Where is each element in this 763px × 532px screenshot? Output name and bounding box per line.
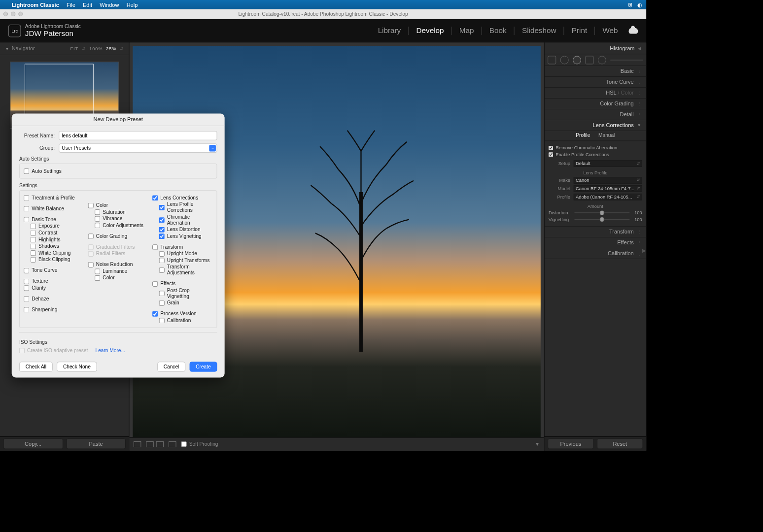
auto-settings-checkbox[interactable] [24, 168, 29, 174]
chk-dehaze[interactable] [24, 296, 29, 301]
module-web[interactable]: Web [602, 26, 618, 35]
setup-dropdown[interactable]: Default⇵ [574, 160, 642, 167]
spot-tool-icon[interactable] [560, 56, 569, 64]
model-dropdown[interactable]: Canon RF 24-105mm F4-7...⇵ [574, 185, 642, 192]
disclosure-triangle-icon[interactable]: ▼ [5, 46, 9, 51]
paste-button[interactable]: Paste [66, 438, 126, 449]
module-library[interactable]: Library [378, 26, 401, 35]
make-dropdown[interactable]: Canon⇵ [574, 177, 642, 184]
zoom-25[interactable]: 25% [106, 46, 116, 51]
section-basic[interactable]: Basic [621, 68, 634, 74]
menubar-help[interactable]: Help [127, 1, 138, 8]
enable-profile-checkbox[interactable] [549, 152, 553, 157]
chk-process[interactable] [152, 311, 158, 316]
chk-effects[interactable] [152, 281, 158, 286]
chk-clarity[interactable] [24, 285, 29, 291]
toolbar-menu-icon[interactable]: ▼ [535, 441, 540, 447]
profile-dropdown[interactable]: Adobe (Canon RF 24-105...⇵ [574, 194, 642, 200]
menubar-app[interactable]: Lightroom Classic [12, 1, 59, 8]
chk-wb[interactable] [24, 206, 29, 211]
chk-saturation[interactable] [95, 209, 100, 215]
chk-basictone[interactable] [24, 217, 29, 222]
chk-nr-lum[interactable] [95, 268, 100, 274]
chk-vibrance[interactable] [95, 216, 100, 221]
section-lens[interactable]: Lens Corrections [593, 122, 634, 129]
radial-tool-icon[interactable] [598, 56, 606, 64]
chk-nr-color[interactable] [95, 275, 100, 281]
lens-tab-profile[interactable]: Profile [576, 132, 590, 138]
zoom-fit[interactable]: FIT [70, 46, 79, 51]
module-book[interactable]: Book [489, 26, 507, 35]
section-hsl[interactable]: HSL / Color [606, 90, 634, 96]
vignetting-slider[interactable] [574, 219, 629, 220]
chk-transadj[interactable] [159, 267, 165, 273]
chk-exposure[interactable] [31, 224, 36, 229]
chk-coloradj[interactable] [95, 223, 100, 228]
redeye-tool-icon[interactable] [573, 56, 581, 64]
chk-calibration[interactable] [159, 318, 165, 323]
before-after-icon-1[interactable] [146, 441, 153, 447]
chk-lensprofile[interactable] [159, 204, 165, 210]
before-after-icon-2[interactable] [156, 441, 164, 447]
preset-name-input[interactable] [59, 131, 217, 140]
section-transform[interactable]: Transform [609, 229, 634, 235]
view-icon[interactable] [169, 441, 176, 447]
status-dot-icon[interactable]: ◐ [637, 1, 642, 8]
histogram-title[interactable]: Histogram [610, 45, 634, 51]
chk-whiteclip[interactable] [31, 250, 36, 256]
chk-shadows[interactable] [31, 243, 36, 249]
chk-chromab[interactable] [159, 217, 165, 223]
shield-icon[interactable]: ⛨ [628, 1, 633, 8]
check-none-button[interactable]: Check None [57, 362, 97, 371]
chk-grain[interactable] [159, 300, 165, 305]
identity-plate[interactable]: JDW Paterson [25, 29, 81, 38]
chk-transform[interactable] [152, 244, 158, 250]
dropdown-caret-icon[interactable]: ⌄ [209, 145, 216, 152]
reset-button[interactable]: Reset [597, 438, 643, 449]
group-select[interactable]: User Presets ⌄ [59, 143, 217, 153]
crop-tool-icon[interactable] [548, 56, 556, 64]
chk-lensdist[interactable] [159, 227, 165, 232]
copy-button[interactable]: Copy... [3, 438, 63, 449]
chk-lenscorr[interactable] [152, 195, 158, 200]
section-effects[interactable]: Effects [617, 239, 633, 246]
loupe-view-icon[interactable] [134, 441, 141, 447]
histogram-caret-icon[interactable]: ◀ [638, 46, 641, 50]
distortion-slider[interactable] [574, 212, 629, 213]
cancel-button[interactable]: Cancel [157, 362, 185, 371]
collapse-right-icon[interactable]: ▶ [642, 247, 646, 254]
module-slideshow[interactable]: Slideshow [522, 26, 556, 35]
chk-sharpening[interactable] [24, 307, 29, 312]
chk-pcvig[interactable] [159, 291, 165, 296]
chk-upmode[interactable] [159, 251, 165, 256]
chk-texture[interactable] [24, 278, 29, 284]
learn-more-link[interactable]: Learn More... [95, 348, 125, 354]
grad-tool-icon[interactable] [585, 56, 593, 64]
menubar-window[interactable]: Window [100, 1, 119, 8]
chk-color[interactable] [88, 202, 94, 208]
menubar-file[interactable]: File [67, 1, 75, 8]
create-button[interactable]: Create [190, 362, 217, 371]
section-tonecurve[interactable]: Tone Curve [606, 79, 633, 85]
chk-tonecurve[interactable] [24, 267, 29, 273]
section-detail[interactable]: Detail [620, 111, 634, 118]
chk-colorgrading[interactable] [88, 233, 94, 239]
brush-slider[interactable] [610, 60, 643, 61]
macos-menubar[interactable]: Lightroom Classic File Edit Window Help … [0, 0, 646, 9]
cloud-sync-icon[interactable] [629, 28, 638, 33]
menubar-edit[interactable]: Edit [83, 1, 92, 8]
chk-uptrans[interactable] [159, 258, 165, 263]
module-develop[interactable]: Develop [416, 26, 444, 35]
chk-lensvig[interactable] [159, 233, 165, 239]
module-map[interactable]: Map [459, 26, 474, 35]
section-calibration[interactable]: Calibration [608, 250, 634, 257]
chk-noise[interactable] [88, 262, 94, 267]
navigator-header[interactable]: ▼ Navigator FIT⇵ 100% 25%⇵ [0, 42, 129, 55]
module-print[interactable]: Print [572, 26, 587, 35]
lens-tab-manual[interactable]: Manual [598, 132, 615, 138]
chk-blackclip[interactable] [31, 257, 36, 262]
chk-highlights[interactable] [31, 237, 36, 242]
section-colorgrading[interactable]: Color Grading [600, 100, 634, 107]
chk-treatment[interactable] [24, 195, 29, 200]
soft-proof-checkbox[interactable] [181, 441, 187, 447]
